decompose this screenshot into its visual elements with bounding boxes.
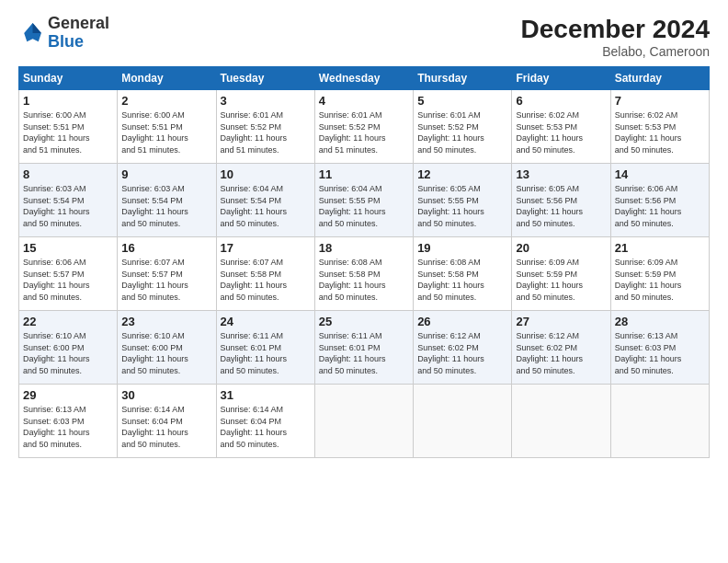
day-number: 22 xyxy=(23,315,113,328)
day-number: 8 xyxy=(23,167,113,181)
calendar-cell: 30Sunrise: 6:14 AMSunset: 6:04 PMDayligh… xyxy=(118,385,216,458)
day-info: Sunrise: 6:01 AMSunset: 5:52 PMDaylight:… xyxy=(221,109,311,155)
day-number: 14 xyxy=(615,167,705,181)
calendar-cell: 31Sunrise: 6:14 AMSunset: 6:04 PMDayligh… xyxy=(216,385,314,458)
calendar-cell: 5Sunrise: 6:01 AMSunset: 5:52 PMDaylight… xyxy=(414,90,512,164)
calendar-cell: 4Sunrise: 6:01 AMSunset: 5:52 PMDaylight… xyxy=(314,90,413,164)
day-number: 1 xyxy=(23,94,113,108)
day-number: 11 xyxy=(319,167,409,181)
svg-marker-1 xyxy=(33,23,41,33)
header: General Blue December 2024 Belabo, Camer… xyxy=(18,15,710,59)
day-number: 16 xyxy=(121,241,211,255)
day-info: Sunrise: 6:11 AMSunset: 6:01 PMDaylight:… xyxy=(319,330,409,376)
day-info: Sunrise: 6:14 AMSunset: 6:04 PMDaylight:… xyxy=(221,404,311,450)
header-day-monday: Monday xyxy=(118,67,216,90)
calendar-cell xyxy=(512,385,610,458)
day-number: 20 xyxy=(516,241,606,255)
header-day-thursday: Thursday xyxy=(414,67,512,90)
calendar-cell: 10Sunrise: 6:04 AMSunset: 5:54 PMDayligh… xyxy=(216,164,314,237)
day-info: Sunrise: 6:12 AMSunset: 6:02 PMDaylight:… xyxy=(516,330,606,376)
day-info: Sunrise: 6:03 AMSunset: 5:54 PMDaylight:… xyxy=(23,183,113,229)
calendar-cell: 15Sunrise: 6:06 AMSunset: 5:57 PMDayligh… xyxy=(19,237,118,311)
calendar-cell: 7Sunrise: 6:02 AMSunset: 5:53 PMDaylight… xyxy=(610,90,709,164)
logo-general-text: General xyxy=(48,14,109,32)
day-number: 12 xyxy=(417,167,507,181)
logo: General Blue xyxy=(18,15,109,52)
day-info: Sunrise: 6:03 AMSunset: 5:54 PMDaylight:… xyxy=(121,183,211,229)
day-number: 15 xyxy=(23,241,113,255)
day-info: Sunrise: 6:10 AMSunset: 6:00 PMDaylight:… xyxy=(23,330,113,376)
month-year-title: December 2024 xyxy=(521,15,710,44)
calendar-week-row: 15Sunrise: 6:06 AMSunset: 5:57 PMDayligh… xyxy=(19,237,710,311)
calendar-header-row: SundayMondayTuesdayWednesdayThursdayFrid… xyxy=(19,67,710,90)
logo-icon xyxy=(18,20,44,46)
day-number: 2 xyxy=(121,94,211,108)
day-number: 21 xyxy=(615,241,705,255)
day-number: 29 xyxy=(23,388,113,402)
day-info: Sunrise: 6:08 AMSunset: 5:58 PMDaylight:… xyxy=(417,257,507,303)
day-number: 17 xyxy=(221,241,311,255)
day-number: 9 xyxy=(121,167,211,181)
logo-blue-text: Blue xyxy=(48,32,84,51)
day-info: Sunrise: 6:05 AMSunset: 5:55 PMDaylight:… xyxy=(417,183,507,229)
calendar-week-row: 8Sunrise: 6:03 AMSunset: 5:54 PMDaylight… xyxy=(19,164,710,237)
calendar-cell: 19Sunrise: 6:08 AMSunset: 5:58 PMDayligh… xyxy=(414,237,512,311)
header-day-saturday: Saturday xyxy=(610,67,709,90)
calendar-cell: 1Sunrise: 6:00 AMSunset: 5:51 PMDaylight… xyxy=(19,90,118,164)
day-info: Sunrise: 6:01 AMSunset: 5:52 PMDaylight:… xyxy=(417,109,507,155)
calendar-cell: 18Sunrise: 6:08 AMSunset: 5:58 PMDayligh… xyxy=(314,237,413,311)
calendar-cell: 23Sunrise: 6:10 AMSunset: 6:00 PMDayligh… xyxy=(118,311,216,385)
calendar-cell: 8Sunrise: 6:03 AMSunset: 5:54 PMDaylight… xyxy=(19,164,118,237)
day-info: Sunrise: 6:02 AMSunset: 5:53 PMDaylight:… xyxy=(516,109,606,155)
calendar-cell: 28Sunrise: 6:13 AMSunset: 6:03 PMDayligh… xyxy=(610,311,709,385)
day-number: 30 xyxy=(121,388,211,402)
day-info: Sunrise: 6:05 AMSunset: 5:56 PMDaylight:… xyxy=(516,183,606,229)
header-day-tuesday: Tuesday xyxy=(216,67,314,90)
day-info: Sunrise: 6:10 AMSunset: 6:00 PMDaylight:… xyxy=(121,330,211,376)
day-info: Sunrise: 6:13 AMSunset: 6:03 PMDaylight:… xyxy=(23,404,113,450)
calendar-cell: 22Sunrise: 6:10 AMSunset: 6:00 PMDayligh… xyxy=(19,311,118,385)
calendar-cell: 27Sunrise: 6:12 AMSunset: 6:02 PMDayligh… xyxy=(512,311,610,385)
calendar-cell xyxy=(314,385,413,458)
day-number: 4 xyxy=(319,94,409,108)
calendar-week-row: 22Sunrise: 6:10 AMSunset: 6:00 PMDayligh… xyxy=(19,311,710,385)
day-number: 19 xyxy=(417,241,507,255)
calendar-week-row: 1Sunrise: 6:00 AMSunset: 5:51 PMDaylight… xyxy=(19,90,710,164)
day-info: Sunrise: 6:09 AMSunset: 5:59 PMDaylight:… xyxy=(516,257,606,303)
header-day-sunday: Sunday xyxy=(19,67,118,90)
day-number: 7 xyxy=(615,94,705,108)
day-info: Sunrise: 6:12 AMSunset: 6:02 PMDaylight:… xyxy=(417,330,507,376)
calendar-cell: 3Sunrise: 6:01 AMSunset: 5:52 PMDaylight… xyxy=(216,90,314,164)
calendar-cell: 25Sunrise: 6:11 AMSunset: 6:01 PMDayligh… xyxy=(314,311,413,385)
calendar-cell: 2Sunrise: 6:00 AMSunset: 5:51 PMDaylight… xyxy=(118,90,216,164)
day-number: 25 xyxy=(319,315,409,328)
day-info: Sunrise: 6:00 AMSunset: 5:51 PMDaylight:… xyxy=(121,109,211,155)
calendar-cell: 20Sunrise: 6:09 AMSunset: 5:59 PMDayligh… xyxy=(512,237,610,311)
calendar-table: SundayMondayTuesdayWednesdayThursdayFrid… xyxy=(18,66,710,458)
day-info: Sunrise: 6:14 AMSunset: 6:04 PMDaylight:… xyxy=(121,404,211,450)
day-info: Sunrise: 6:07 AMSunset: 5:57 PMDaylight:… xyxy=(121,257,211,303)
day-number: 13 xyxy=(516,167,606,181)
day-number: 3 xyxy=(221,94,311,108)
day-number: 6 xyxy=(516,94,606,108)
calendar-cell: 24Sunrise: 6:11 AMSunset: 6:01 PMDayligh… xyxy=(216,311,314,385)
day-info: Sunrise: 6:02 AMSunset: 5:53 PMDaylight:… xyxy=(615,109,705,155)
calendar-week-row: 29Sunrise: 6:13 AMSunset: 6:03 PMDayligh… xyxy=(19,385,710,458)
page-container: General Blue December 2024 Belabo, Camer… xyxy=(0,0,728,563)
day-info: Sunrise: 6:01 AMSunset: 5:52 PMDaylight:… xyxy=(319,109,409,155)
calendar-cell: 11Sunrise: 6:04 AMSunset: 5:55 PMDayligh… xyxy=(314,164,413,237)
location-text: Belabo, Cameroon xyxy=(521,44,710,59)
day-info: Sunrise: 6:06 AMSunset: 5:56 PMDaylight:… xyxy=(615,183,705,229)
day-number: 26 xyxy=(417,315,507,328)
header-day-wednesday: Wednesday xyxy=(314,67,413,90)
calendar-cell: 29Sunrise: 6:13 AMSunset: 6:03 PMDayligh… xyxy=(19,385,118,458)
calendar-cell xyxy=(414,385,512,458)
calendar-cell: 12Sunrise: 6:05 AMSunset: 5:55 PMDayligh… xyxy=(414,164,512,237)
calendar-cell: 17Sunrise: 6:07 AMSunset: 5:58 PMDayligh… xyxy=(216,237,314,311)
day-number: 18 xyxy=(319,241,409,255)
calendar-cell: 14Sunrise: 6:06 AMSunset: 5:56 PMDayligh… xyxy=(610,164,709,237)
day-info: Sunrise: 6:11 AMSunset: 6:01 PMDaylight:… xyxy=(221,330,311,376)
day-info: Sunrise: 6:04 AMSunset: 5:54 PMDaylight:… xyxy=(221,183,311,229)
day-info: Sunrise: 6:13 AMSunset: 6:03 PMDaylight:… xyxy=(615,330,705,376)
day-number: 27 xyxy=(516,315,606,328)
